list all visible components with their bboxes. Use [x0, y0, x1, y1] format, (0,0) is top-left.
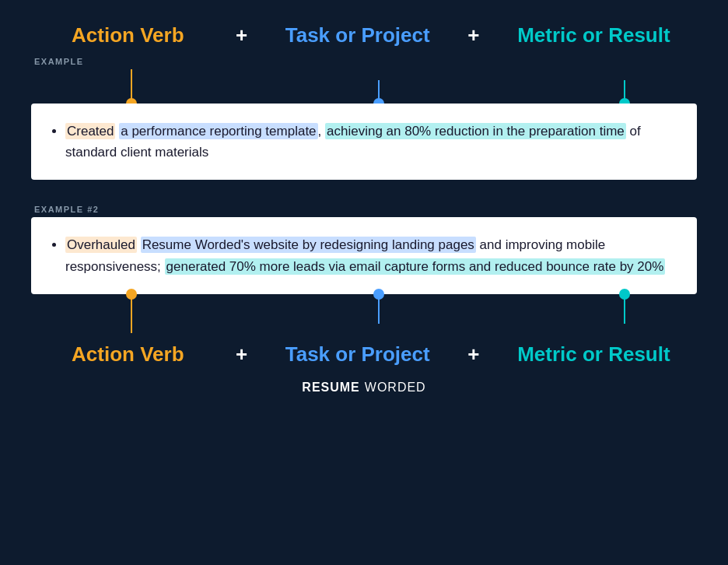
brand-resume: RESUME: [302, 381, 359, 395]
bottom-task-label: Task or Project: [285, 342, 430, 367]
bottom-plus-2: +: [467, 342, 479, 367]
top-action-verb-label: Action Verb: [58, 23, 198, 47]
bottom-metric-label: Metric or Result: [517, 342, 670, 367]
action-line-bottom-2: [131, 294, 132, 333]
top-labels: Action Verb + Task or Project + Metric o…: [31, 23, 697, 47]
example-1-label: EXAMPLE: [34, 57, 697, 66]
example-1-connectors-top: [31, 69, 697, 104]
example-2-bullet-box: Overhauled Resume Worded's website by re…: [31, 217, 697, 293]
bottom-labels: Action Verb + Task or Project + Metric o…: [31, 342, 697, 367]
example-1-task-highlight: a performance reporting template: [119, 123, 317, 139]
example-2-metric-highlight: generated 70% more leads via email captu…: [165, 258, 666, 275]
example-2-list-item: Overhauled Resume Worded's website by re…: [65, 234, 674, 276]
metric-dot-bottom-2: [619, 289, 630, 300]
brand-worded: WORDED: [365, 381, 426, 395]
bottom-plus-1: +: [236, 342, 247, 367]
example-1-bullet-box: Created a performance reporting template…: [31, 104, 697, 180]
top-plus-2: +: [467, 23, 479, 47]
example-2-section: EXAMPLE #2 Overhauled Resume Worded's we…: [31, 205, 697, 332]
top-plus-1: +: [236, 23, 247, 47]
example-1-action-highlight: Created: [65, 123, 115, 139]
bottom-action-verb-label: Action Verb: [58, 342, 198, 367]
action-dot-bottom-2: [126, 289, 137, 300]
example-2-connectors-bottom: [31, 294, 697, 333]
example-2-label: EXAMPLE #2: [34, 205, 697, 214]
example-2-task-highlight: Resume Worded's website by redesigning l…: [141, 237, 476, 253]
example-1-section: EXAMPLE Created a performance reporting …: [31, 57, 697, 180]
task-dot-bottom-2: [373, 289, 384, 300]
example-2-action-highlight: Overhauled: [65, 237, 137, 253]
example-1-metric-highlight: achieving an 80% reduction in the prepar…: [325, 123, 626, 139]
example-1-list-item: Created a performance reporting template…: [65, 121, 674, 163]
branding: RESUME WORDED: [302, 381, 425, 395]
top-task-label: Task or Project: [285, 23, 430, 47]
top-metric-label: Metric or Result: [517, 23, 670, 47]
